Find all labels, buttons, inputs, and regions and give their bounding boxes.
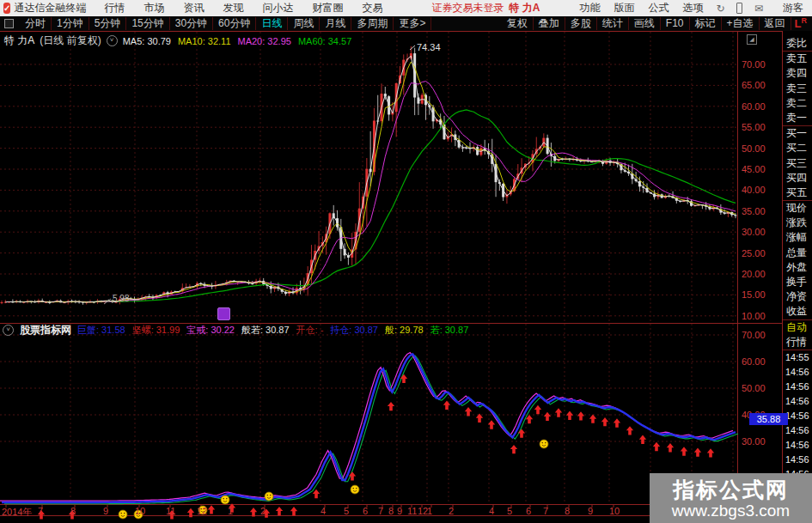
up-arrow-icon [388, 402, 394, 410]
trade-login-alert: 证券交易未登录 [431, 1, 504, 15]
main-axis-label: 45.00 [742, 164, 781, 174]
indicator-axis-label: 60.00 [742, 356, 781, 367]
grid-lines [0, 32, 737, 504]
timeline-month-label: 7 [543, 506, 548, 516]
indicator-field: 宝戒: 30.22 [186, 324, 235, 337]
top-menu-item[interactable]: 行情 [104, 1, 125, 15]
timeline-month-label: 11 [407, 506, 417, 516]
timeline-month-label: 7 [378, 506, 383, 516]
timeline-month-label: 11 [166, 506, 175, 516]
collapse-panel-icon[interactable]: ˅ [107, 35, 118, 46]
timeline-month-label: 8 [388, 506, 394, 516]
mail-icon[interactable]: ✉ [754, 3, 763, 14]
top-menu-item[interactable]: 资讯 [183, 1, 204, 15]
quote-row-label: 外盘 [783, 260, 812, 275]
tick-time-row: 14:56 [783, 453, 812, 467]
quote-row-label: 净资 [783, 289, 812, 304]
chart-window-icon[interactable] [4, 19, 14, 28]
indicator-field: 若: 30.87 [430, 324, 469, 337]
period-button[interactable]: 多周期 [351, 17, 394, 30]
toolbar-button[interactable]: F10 [661, 17, 690, 30]
up-arrow-icon [400, 374, 407, 383]
period-button[interactable]: 日线 [256, 17, 288, 30]
toolbar-button[interactable]: 画线 [629, 17, 661, 30]
quote-row-label: 委比 [783, 36, 812, 51]
top-menu-item[interactable]: 问小达 [262, 1, 293, 15]
main-axis-label: 55.00 [742, 122, 781, 132]
user-guest-label[interactable]: 游客 [783, 1, 803, 15]
sidebar-auto-label[interactable]: 自动 [783, 319, 812, 335]
up-arrow-icon [639, 435, 646, 443]
toolbar-button[interactable]: 标记 [690, 17, 722, 30]
top-menubar: ✓ 通达信金融终端 行情市场资讯发现问小达财富圈交易 证券交易未登录 特 力A … [0, 0, 812, 17]
up-arrow-icon [653, 442, 660, 451]
top-menu-item[interactable]: 交易 [362, 1, 382, 15]
period-button[interactable]: 60分钟 [213, 17, 256, 30]
top-right-menu-item[interactable]: 版面 [614, 1, 634, 15]
up-arrow-icon [614, 418, 620, 427]
toolbar-button[interactable]: 多股 [565, 17, 597, 30]
timeline-month-label: 9 [588, 506, 593, 516]
main-candlestick-chart[interactable] [1, 46, 737, 305]
up-arrow-icon [534, 405, 541, 414]
expand-chart-icon[interactable]: ◢ [747, 34, 757, 45]
timeline-month-label: 9 [397, 506, 402, 516]
period-button[interactable]: 1分钟 [52, 17, 89, 30]
indicator-axis-label: 50.00 [742, 383, 781, 393]
top-menu-item[interactable]: 财富圈 [312, 1, 343, 15]
toolbar-button[interactable]: 复权 [502, 17, 534, 30]
period-button[interactable]: 周线 [288, 17, 320, 30]
main-axis-label: 10.00 [742, 311, 781, 321]
phone-icon[interactable] [736, 3, 742, 14]
indicator-axis-label: 70.00 [742, 330, 781, 340]
indicator-chart[interactable] [0, 353, 738, 504]
indicator-field: 持仓: 30.87 [330, 324, 378, 337]
toolbar-button[interactable]: +自选 [722, 17, 760, 30]
timeline-month-label: 12 [197, 506, 207, 516]
top-right-menu-item[interactable]: 选项 [682, 1, 703, 15]
candlestick-and-indicator-canvas[interactable] [0, 31, 782, 523]
indicator-field: 般若: 30.87 [241, 324, 290, 337]
timeline-month-label: 8 [565, 506, 570, 516]
watermark-url: www.zbgs3.com [672, 502, 790, 520]
up-arrow-icon [518, 429, 525, 437]
quote-row-label: 卖一 [783, 111, 812, 125]
main-axis-label: 65.00 [742, 80, 781, 90]
top-right-menu-item[interactable]: 功能 [579, 1, 600, 15]
tdx-window: ✓ 通达信金融终端 行情市场资讯发现问小达财富圈交易 证券交易未登录 特 力A … [0, 0, 812, 523]
toolbar-button[interactable]: 叠加 [534, 17, 565, 30]
quote-row-label: 现价 [783, 200, 812, 216]
toolbar-button[interactable]: 统计 [597, 17, 629, 30]
timeline-month-label: 10 [609, 506, 620, 516]
period-button[interactable]: 30分钟 [170, 17, 213, 30]
event-marker-badge[interactable] [217, 307, 230, 320]
top-right-menu-item[interactable]: 公式 [648, 1, 669, 15]
toolbar-button[interactable]: 返回 [760, 17, 791, 30]
ma-value-label: MA20: 32.95 [238, 36, 291, 46]
smiley-icon [540, 440, 548, 448]
refresh-icon[interactable]: ↻ [716, 3, 724, 14]
low-price-annotation: 5.98 [113, 294, 129, 303]
indicator-collapse-icon[interactable]: ˅ [3, 325, 14, 336]
indicator-field: 坚螺: 31.99 [132, 324, 180, 337]
chart-stock-name: 特 力A [4, 33, 34, 48]
tick-time-row: 14:56 [783, 438, 812, 453]
top-menu-item[interactable]: 市场 [143, 1, 164, 15]
period-button[interactable]: 15分钟 [126, 17, 169, 30]
main-axis-label: 25.00 [742, 248, 781, 258]
period-button[interactable]: 更多> [394, 17, 431, 30]
period-button[interactable]: 分时 [20, 17, 52, 30]
timeline-month-label: 6 [363, 506, 368, 516]
up-arrow-icon [601, 417, 608, 426]
up-arrow-icon [681, 447, 687, 455]
up-arrow-icon [290, 507, 297, 515]
quote-row-label: 收益 [783, 304, 812, 319]
timeline-month-label: 1 [228, 506, 233, 516]
indicator-header: ˅ 股票指标网 巨蟹: 31.58坚螺: 31.99宝戒: 30.22般若: 3… [3, 325, 468, 336]
top-menu-item[interactable]: 发现 [223, 1, 243, 15]
period-button[interactable]: 月线 [320, 17, 351, 30]
level2-logo: LR [795, 16, 807, 30]
quote-row-label: 卖五 [783, 51, 812, 66]
period-button[interactable]: 5分钟 [89, 17, 127, 30]
sidebar-hq-label[interactable]: 行情 [783, 335, 812, 350]
